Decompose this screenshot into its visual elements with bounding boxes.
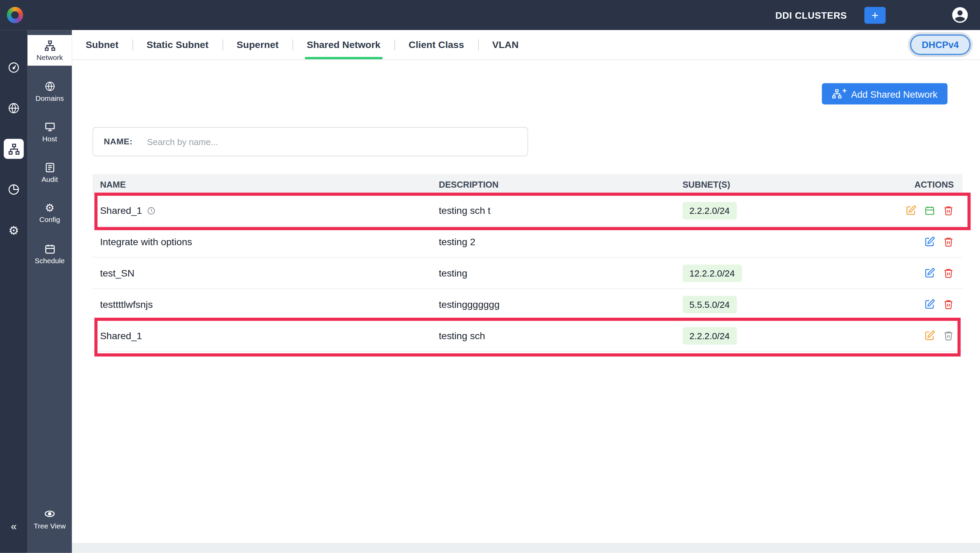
host-desktop-icon [44,121,55,132]
sidebar-item-label: Config [39,216,60,223]
reports-pie-icon[interactable] [4,180,24,199]
tab-separator [132,39,133,50]
tab-separator [292,39,293,50]
subnet-badge: 2.2.2.0/24 [682,327,737,344]
topbar-title: DDI CLUSTERS [775,10,847,20]
network-add-icon [832,89,842,99]
edit-icon[interactable] [924,236,935,247]
config-gear-icon: ⚙ [45,202,54,213]
search-input[interactable] [147,137,497,147]
ipam-module-icon[interactable] [4,139,24,159]
edit-icon[interactable] [905,205,916,215]
sidebar-item-domains[interactable]: Domains [27,76,72,106]
row-description: testing sch [431,330,675,341]
row-name: testtttlwfsnjs [100,299,153,310]
sidebar-item-audit[interactable]: Audit [27,157,72,188]
dhcp-version-badge[interactable]: DHCPv4 [910,34,971,55]
plus-icon: + [842,86,846,95]
row-description: testing sch t [431,205,675,216]
user-avatar[interactable] [951,6,969,24]
shared-network-table: NAME DESCRIPTION SUBNET(S) ACTIONS Share… [92,174,963,352]
clock-icon [147,206,156,215]
tab-supernet[interactable]: Supernet [235,30,280,59]
sidebar-item-host[interactable]: Host [27,116,72,147]
topbar: DDI CLUSTERS + [0,0,980,30]
search-label: NAME: [104,137,133,147]
row-name: Shared_1 [100,205,142,216]
table-row: Shared_1 testing sch t 2.2.2.0/24 [92,195,963,226]
tabbar: Subnet Static Subnet Supernet Shared Net… [72,30,980,60]
sidebar-item-schedule[interactable]: Schedule [27,238,72,269]
settings-gear-icon[interactable]: ⚙ [4,220,24,241]
tab-client-class[interactable]: Client Class [407,30,466,59]
add-shared-network-button[interactable]: + Add Shared Network [822,83,948,104]
schedule-icon[interactable] [924,205,935,215]
table-row: Integrate with options testing 2 [92,226,963,258]
header-subnets: SUBNET(S) [675,180,894,189]
row-name: Shared_1 [100,330,142,341]
tab-shared-network[interactable]: Shared Network [305,30,382,59]
topbar-right: DDI CLUSTERS + [775,6,980,24]
schedule-calendar-icon [44,243,55,254]
dns-globe-icon[interactable] [4,98,24,118]
row-description: testing [431,267,675,279]
sidebar-item-label: Audit [41,175,58,183]
name-search-box: NAME: [92,127,528,156]
chevron-double-left-icon: « [11,520,17,532]
app-root: DDI CLUSTERS + [0,0,980,553]
edit-icon[interactable] [924,268,935,278]
account-circle-icon [951,6,969,24]
content: + Add Shared Network NAME: NAME DESCRIPT… [72,83,980,351]
sidebar-item-label: Schedule [35,257,65,264]
sidebar-item-label: Host [42,135,57,142]
delete-icon[interactable] [943,299,954,309]
tab-vlan[interactable]: VLAN [490,30,520,59]
tab-static-subnet[interactable]: Static Subnet [145,30,210,59]
row-description: testinggggggg [431,299,675,310]
table-header: NAME DESCRIPTION SUBNET(S) ACTIONS [92,174,963,195]
subnet-badge: 5.5.5.0/24 [682,296,737,313]
audit-list-icon [44,162,55,173]
tab-separator [478,39,479,50]
plus-icon: + [872,9,878,21]
sidebar-item-config[interactable]: ⚙ Config [27,198,72,228]
add-cluster-button[interactable]: + [864,6,885,24]
add-shared-network-label: Add Shared Network [851,89,937,99]
table-row: Shared_1 testing sch 2.2.2.0/24 [92,320,963,351]
row-name: Integrate with options [100,236,192,247]
dashboard-gauge-icon[interactable] [4,57,24,78]
main-panel: Subnet Static Subnet Supernet Shared Net… [72,30,980,553]
brand-logo-icon [7,7,23,23]
table-row: test_SN testing 12.2.2.0/24 [92,258,963,289]
sidebar-item-label: Network [37,53,63,61]
tab-subnet[interactable]: Subnet [84,30,121,59]
gear-glyph: ⚙ [8,224,19,236]
subnet-badge: 2.2.2.0/24 [682,202,737,219]
sidebar-item-label: Tree View [34,522,66,530]
header-actions: ACTIONS [894,180,963,189]
collapse-sidebar-icon[interactable]: « [0,520,27,533]
subnet-badge: 12.2.2.0/24 [682,264,742,282]
row-description: testing 2 [431,236,675,247]
delete-icon[interactable] [943,205,954,215]
tab-separator [395,39,395,50]
delete-icon[interactable] [943,236,954,247]
table-row: testtttlwfsnjs testinggggggg 5.5.5.0/24 [92,289,963,320]
edit-icon[interactable] [924,299,935,309]
tree-view-eye-icon [44,508,56,520]
page-bottom-strip [72,543,980,553]
delete-icon[interactable] [943,330,954,341]
tab-separator [222,39,223,50]
domains-globe-icon [44,80,55,92]
module-sidebar: Network Domains Host Audit ⚙ Config [27,30,72,553]
header-description: DESCRIPTION [431,180,675,189]
edit-icon[interactable] [924,330,935,341]
icon-rail: ⚙ « [0,30,27,553]
header-name: NAME [92,180,431,189]
row-name: test_SN [100,267,134,279]
delete-icon[interactable] [943,268,954,278]
network-hierarchy-icon [44,40,55,51]
sidebar-item-tree-view[interactable]: Tree View [27,504,72,534]
sidebar-item-network[interactable]: Network [27,35,72,66]
sidebar-item-label: Domains [35,94,64,102]
